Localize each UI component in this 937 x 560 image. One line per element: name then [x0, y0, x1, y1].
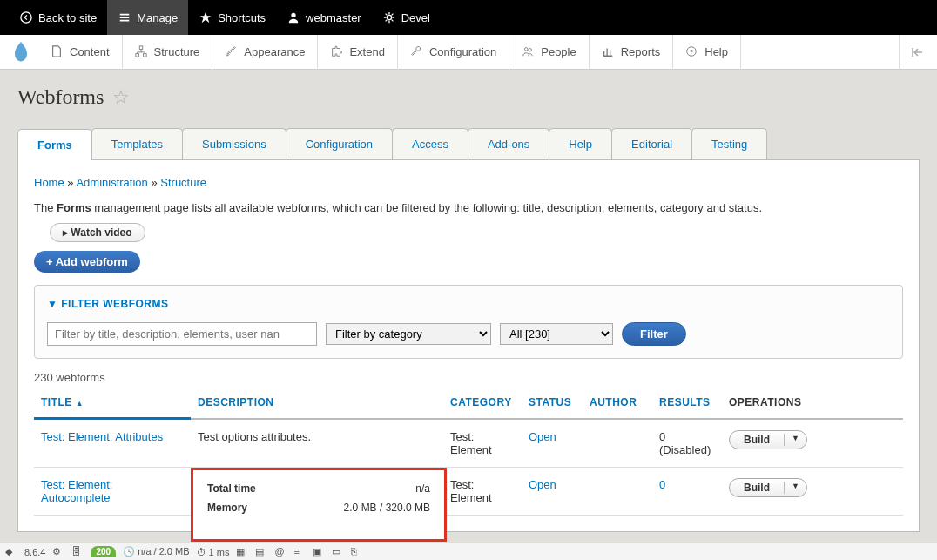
admin-content[interactable]: Content [38, 35, 123, 70]
toolbar-icon[interactable]: ▤ [255, 546, 267, 558]
drupal-icon[interactable]: ◆ [5, 546, 17, 558]
back-to-site[interactable]: Back to site [9, 0, 107, 35]
star-icon [199, 10, 212, 24]
tab-forms[interactable]: Forms [17, 129, 92, 160]
dropdown-icon[interactable]: ▼ [785, 434, 806, 446]
col-operations: OPERATIONS [722, 388, 903, 419]
admin-help[interactable]: ?Help [673, 35, 741, 70]
col-results[interactable]: RESULTS [652, 388, 722, 419]
tab-templates[interactable]: Templates [91, 128, 183, 159]
tab-addons[interactable]: Add-ons [468, 128, 549, 159]
help-icon: ? [685, 45, 699, 59]
table-row: Test: Element: Attributes Test options a… [34, 419, 903, 468]
manage-menu[interactable]: Manage [107, 0, 188, 35]
wrench-icon [410, 45, 424, 59]
filter-button[interactable]: Filter [622, 322, 686, 346]
chevron-left-icon [19, 10, 33, 24]
row-title-link[interactable]: Test: Element: Attributes [41, 430, 163, 443]
crumb-admin[interactable]: Administration [76, 176, 147, 189]
add-webform-button[interactable]: + Add webform [34, 251, 140, 273]
chart-icon [602, 45, 616, 59]
admin-extend[interactable]: Extend [318, 35, 397, 70]
svg-text:?: ? [690, 47, 694, 55]
toolbar-icon[interactable]: ▦ [236, 546, 248, 558]
gear-icon [382, 10, 396, 24]
filter-box: ▼ FILTER WEBFORMS Filter by category All… [34, 285, 903, 359]
col-description[interactable]: DESCRIPTION [191, 388, 443, 419]
svg-point-0 [21, 12, 31, 23]
build-button[interactable]: Build▼ [729, 478, 807, 497]
user-menu[interactable]: webmaster [276, 0, 372, 35]
tab-help[interactable]: Help [549, 128, 612, 159]
crumb-structure[interactable]: Structure [160, 176, 206, 189]
manage-label: Manage [137, 11, 178, 24]
memory-stat[interactable]: 🕓 n/a / 2.0 MB [123, 546, 189, 557]
db-icon[interactable]: 🗄 [71, 546, 84, 558]
admin-appearance[interactable]: Appearance [212, 35, 318, 70]
collapse-toolbar[interactable] [899, 35, 934, 70]
status-bar: ◆ 8.6.4 ⚙ 🗄 200 🕓 n/a / 2.0 MB ⏱ 1 ms ▦ … [0, 543, 937, 560]
col-title[interactable]: TITLE▲ [34, 388, 191, 419]
svg-point-2 [387, 15, 391, 19]
dropdown-icon[interactable]: ▼ [785, 482, 806, 494]
brush-icon [225, 45, 239, 59]
devel-menu[interactable]: Devel [372, 0, 441, 35]
toolbar-icon[interactable]: ⎘ [351, 546, 363, 558]
admin-configuration[interactable]: Configuration [398, 35, 509, 70]
row-category: Test: Element [443, 419, 522, 468]
row-status-link[interactable]: Open [529, 430, 556, 443]
tab-testing[interactable]: Testing [691, 128, 767, 159]
structure-icon [135, 45, 149, 59]
tab-access[interactable]: Access [392, 128, 468, 159]
admin-structure[interactable]: Structure [123, 35, 213, 70]
drupal-logo[interactable] [3, 35, 38, 70]
drupal-version: 8.6.4 [24, 547, 45, 557]
filter-category-select[interactable]: Filter by category [326, 323, 491, 345]
toolbar-icon[interactable]: ≡ [293, 546, 306, 558]
admin-reports[interactable]: Reports [590, 35, 674, 70]
table-row: Test: Element: Autocomplete Test: Elemen… [34, 467, 903, 515]
toolbar-icon[interactable]: ▣ [313, 546, 325, 558]
build-button[interactable]: Build▼ [729, 430, 807, 449]
page-title: Webforms☆ [17, 85, 920, 109]
col-category[interactable]: CATEGORY [443, 388, 522, 419]
primary-tabs: Forms Templates Submissions Configuratio… [17, 128, 920, 160]
svg-point-6 [525, 47, 529, 51]
row-status-link[interactable]: Open [529, 478, 556, 491]
http-status-badge[interactable]: 200 [91, 546, 116, 557]
row-results-link[interactable]: 0 [659, 478, 665, 491]
puzzle-icon [330, 45, 344, 59]
toolbar-icon[interactable]: @ [274, 546, 286, 558]
row-category: Test: Element [443, 467, 522, 515]
row-title-link[interactable]: Test: Element: Autocomplete [41, 478, 112, 504]
watch-video-button[interactable]: ▸ Watch video [50, 223, 145, 242]
people-icon [522, 45, 536, 59]
filter-heading[interactable]: ▼ FILTER WEBFORMS [47, 298, 890, 310]
tooltip-val: n/a [415, 482, 430, 495]
shortcuts-menu[interactable]: Shortcuts [188, 0, 276, 35]
row-results: 0 (Disabled) [652, 419, 722, 468]
tab-configuration[interactable]: Configuration [286, 128, 393, 159]
php-icon[interactable]: ⚙ [52, 546, 64, 558]
tab-submissions[interactable]: Submissions [182, 128, 286, 159]
svg-rect-4 [135, 53, 138, 57]
user-icon [286, 10, 300, 24]
row-description: Test options attributes. [191, 419, 443, 468]
admin-people[interactable]: People [509, 35, 589, 70]
row-author [583, 467, 652, 515]
time-stat[interactable]: ⏱ 1 ms [197, 547, 230, 557]
filter-state-select[interactable]: All [230] [500, 323, 613, 345]
result-count: 230 webforms [34, 371, 903, 384]
crumb-home[interactable]: Home [34, 176, 64, 189]
devel-label: Devel [401, 11, 430, 24]
col-author[interactable]: AUTHOR [583, 388, 652, 419]
col-status[interactable]: STATUS [522, 388, 583, 419]
tab-editorial[interactable]: Editorial [611, 128, 692, 159]
toolbar-icon[interactable]: ▭ [332, 546, 344, 558]
svg-point-7 [529, 48, 532, 51]
tooltip-key: Total time [207, 482, 256, 495]
filter-text-input[interactable] [47, 322, 317, 346]
svg-rect-5 [143, 53, 146, 57]
svg-rect-3 [139, 45, 143, 49]
favorite-star-icon[interactable]: ☆ [112, 86, 130, 109]
